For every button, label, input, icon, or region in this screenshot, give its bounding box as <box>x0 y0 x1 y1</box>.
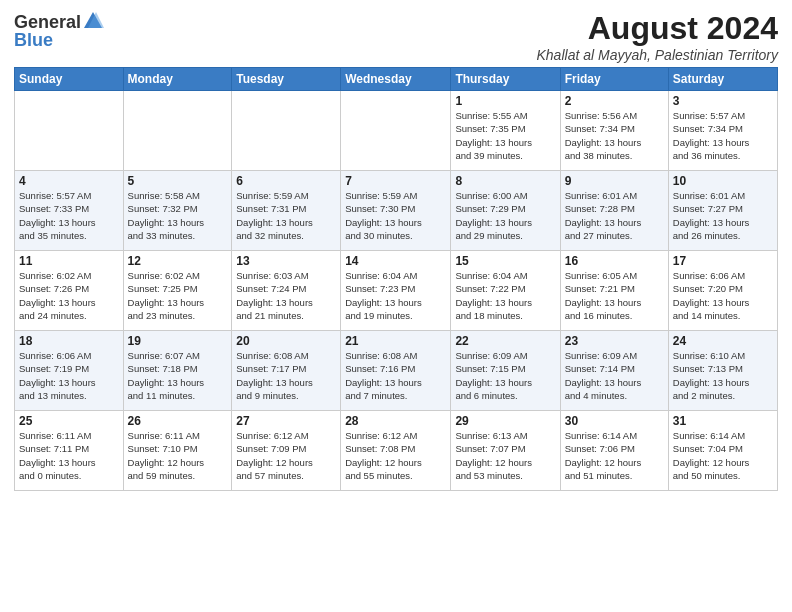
day-number: 13 <box>236 254 336 268</box>
day-info: Sunrise: 5:59 AM Sunset: 7:30 PM Dayligh… <box>345 189 446 242</box>
calendar-cell-w1-d5: 1Sunrise: 5:55 AM Sunset: 7:35 PM Daylig… <box>451 91 560 171</box>
day-number: 12 <box>128 254 228 268</box>
calendar-table: Sunday Monday Tuesday Wednesday Thursday… <box>14 67 778 491</box>
day-number: 27 <box>236 414 336 428</box>
day-info: Sunrise: 6:06 AM Sunset: 7:20 PM Dayligh… <box>673 269 773 322</box>
day-number: 3 <box>673 94 773 108</box>
day-number: 2 <box>565 94 664 108</box>
day-info: Sunrise: 6:03 AM Sunset: 7:24 PM Dayligh… <box>236 269 336 322</box>
day-number: 28 <box>345 414 446 428</box>
header-friday: Friday <box>560 68 668 91</box>
location-subtitle: Khallat al Mayyah, Palestinian Territory <box>537 47 779 63</box>
day-number: 9 <box>565 174 664 188</box>
header-sunday: Sunday <box>15 68 124 91</box>
day-number: 6 <box>236 174 336 188</box>
calendar-cell-w5-d5: 29Sunrise: 6:13 AM Sunset: 7:07 PM Dayli… <box>451 411 560 491</box>
calendar-cell-w3-d1: 11Sunrise: 6:02 AM Sunset: 7:26 PM Dayli… <box>15 251 124 331</box>
week-row-5: 25Sunrise: 6:11 AM Sunset: 7:11 PM Dayli… <box>15 411 778 491</box>
calendar-cell-w4-d7: 24Sunrise: 6:10 AM Sunset: 7:13 PM Dayli… <box>668 331 777 411</box>
day-info: Sunrise: 6:04 AM Sunset: 7:23 PM Dayligh… <box>345 269 446 322</box>
header: General Blue August 2024 Khallat al Mayy… <box>14 10 778 63</box>
day-number: 19 <box>128 334 228 348</box>
day-number: 15 <box>455 254 555 268</box>
day-info: Sunrise: 6:11 AM Sunset: 7:10 PM Dayligh… <box>128 429 228 482</box>
title-area: August 2024 Khallat al Mayyah, Palestini… <box>537 10 779 63</box>
calendar-cell-w4-d2: 19Sunrise: 6:07 AM Sunset: 7:18 PM Dayli… <box>123 331 232 411</box>
day-info: Sunrise: 5:57 AM Sunset: 7:34 PM Dayligh… <box>673 109 773 162</box>
day-number: 10 <box>673 174 773 188</box>
calendar-cell-w2-d3: 6Sunrise: 5:59 AM Sunset: 7:31 PM Daylig… <box>232 171 341 251</box>
day-info: Sunrise: 6:11 AM Sunset: 7:11 PM Dayligh… <box>19 429 119 482</box>
day-info: Sunrise: 6:14 AM Sunset: 7:04 PM Dayligh… <box>673 429 773 482</box>
calendar-cell-w5-d2: 26Sunrise: 6:11 AM Sunset: 7:10 PM Dayli… <box>123 411 232 491</box>
calendar-cell-w5-d1: 25Sunrise: 6:11 AM Sunset: 7:11 PM Dayli… <box>15 411 124 491</box>
day-number: 22 <box>455 334 555 348</box>
calendar-cell-w3-d5: 15Sunrise: 6:04 AM Sunset: 7:22 PM Dayli… <box>451 251 560 331</box>
calendar-cell-w2-d2: 5Sunrise: 5:58 AM Sunset: 7:32 PM Daylig… <box>123 171 232 251</box>
day-info: Sunrise: 6:01 AM Sunset: 7:27 PM Dayligh… <box>673 189 773 242</box>
calendar-cell-w2-d7: 10Sunrise: 6:01 AM Sunset: 7:27 PM Dayli… <box>668 171 777 251</box>
calendar-cell-w1-d7: 3Sunrise: 5:57 AM Sunset: 7:34 PM Daylig… <box>668 91 777 171</box>
calendar-cell-w5-d3: 27Sunrise: 6:12 AM Sunset: 7:09 PM Dayli… <box>232 411 341 491</box>
day-number: 16 <box>565 254 664 268</box>
logo: General Blue <box>14 10 105 51</box>
calendar-cell-w4-d6: 23Sunrise: 6:09 AM Sunset: 7:14 PM Dayli… <box>560 331 668 411</box>
day-info: Sunrise: 6:08 AM Sunset: 7:17 PM Dayligh… <box>236 349 336 402</box>
calendar-cell-w2-d6: 9Sunrise: 6:01 AM Sunset: 7:28 PM Daylig… <box>560 171 668 251</box>
day-number: 21 <box>345 334 446 348</box>
day-info: Sunrise: 6:02 AM Sunset: 7:25 PM Dayligh… <box>128 269 228 322</box>
day-info: Sunrise: 6:14 AM Sunset: 7:06 PM Dayligh… <box>565 429 664 482</box>
header-wednesday: Wednesday <box>341 68 451 91</box>
calendar-cell-w3-d2: 12Sunrise: 6:02 AM Sunset: 7:25 PM Dayli… <box>123 251 232 331</box>
day-number: 25 <box>19 414 119 428</box>
calendar-cell-w2-d1: 4Sunrise: 5:57 AM Sunset: 7:33 PM Daylig… <box>15 171 124 251</box>
header-monday: Monday <box>123 68 232 91</box>
week-row-1: 1Sunrise: 5:55 AM Sunset: 7:35 PM Daylig… <box>15 91 778 171</box>
week-row-3: 11Sunrise: 6:02 AM Sunset: 7:26 PM Dayli… <box>15 251 778 331</box>
calendar-cell-w1-d6: 2Sunrise: 5:56 AM Sunset: 7:34 PM Daylig… <box>560 91 668 171</box>
day-number: 20 <box>236 334 336 348</box>
calendar-cell-w4-d4: 21Sunrise: 6:08 AM Sunset: 7:16 PM Dayli… <box>341 331 451 411</box>
day-number: 11 <box>19 254 119 268</box>
day-info: Sunrise: 6:04 AM Sunset: 7:22 PM Dayligh… <box>455 269 555 322</box>
day-number: 31 <box>673 414 773 428</box>
calendar-cell-w5-d6: 30Sunrise: 6:14 AM Sunset: 7:06 PM Dayli… <box>560 411 668 491</box>
logo-blue: Blue <box>14 30 53 51</box>
day-info: Sunrise: 6:12 AM Sunset: 7:09 PM Dayligh… <box>236 429 336 482</box>
day-info: Sunrise: 6:01 AM Sunset: 7:28 PM Dayligh… <box>565 189 664 242</box>
month-year-title: August 2024 <box>537 10 779 47</box>
calendar-cell-w5-d7: 31Sunrise: 6:14 AM Sunset: 7:04 PM Dayli… <box>668 411 777 491</box>
logo-icon <box>82 10 104 34</box>
day-info: Sunrise: 5:58 AM Sunset: 7:32 PM Dayligh… <box>128 189 228 242</box>
calendar-cell-w1-d2 <box>123 91 232 171</box>
day-number: 30 <box>565 414 664 428</box>
day-info: Sunrise: 6:09 AM Sunset: 7:15 PM Dayligh… <box>455 349 555 402</box>
calendar-cell-w4-d3: 20Sunrise: 6:08 AM Sunset: 7:17 PM Dayli… <box>232 331 341 411</box>
header-tuesday: Tuesday <box>232 68 341 91</box>
day-info: Sunrise: 5:55 AM Sunset: 7:35 PM Dayligh… <box>455 109 555 162</box>
week-row-4: 18Sunrise: 6:06 AM Sunset: 7:19 PM Dayli… <box>15 331 778 411</box>
header-saturday: Saturday <box>668 68 777 91</box>
calendar-cell-w2-d5: 8Sunrise: 6:00 AM Sunset: 7:29 PM Daylig… <box>451 171 560 251</box>
header-thursday: Thursday <box>451 68 560 91</box>
day-number: 24 <box>673 334 773 348</box>
day-number: 17 <box>673 254 773 268</box>
day-number: 23 <box>565 334 664 348</box>
calendar-cell-w4-d5: 22Sunrise: 6:09 AM Sunset: 7:15 PM Dayli… <box>451 331 560 411</box>
calendar-header-row: Sunday Monday Tuesday Wednesday Thursday… <box>15 68 778 91</box>
calendar-cell-w5-d4: 28Sunrise: 6:12 AM Sunset: 7:08 PM Dayli… <box>341 411 451 491</box>
day-info: Sunrise: 6:12 AM Sunset: 7:08 PM Dayligh… <box>345 429 446 482</box>
day-info: Sunrise: 6:08 AM Sunset: 7:16 PM Dayligh… <box>345 349 446 402</box>
calendar-cell-w3-d6: 16Sunrise: 6:05 AM Sunset: 7:21 PM Dayli… <box>560 251 668 331</box>
day-info: Sunrise: 5:56 AM Sunset: 7:34 PM Dayligh… <box>565 109 664 162</box>
day-info: Sunrise: 6:13 AM Sunset: 7:07 PM Dayligh… <box>455 429 555 482</box>
calendar-cell-w1-d3 <box>232 91 341 171</box>
day-info: Sunrise: 6:05 AM Sunset: 7:21 PM Dayligh… <box>565 269 664 322</box>
day-info: Sunrise: 5:57 AM Sunset: 7:33 PM Dayligh… <box>19 189 119 242</box>
day-number: 8 <box>455 174 555 188</box>
day-number: 7 <box>345 174 446 188</box>
day-number: 1 <box>455 94 555 108</box>
day-number: 5 <box>128 174 228 188</box>
day-info: Sunrise: 6:09 AM Sunset: 7:14 PM Dayligh… <box>565 349 664 402</box>
week-row-2: 4Sunrise: 5:57 AM Sunset: 7:33 PM Daylig… <box>15 171 778 251</box>
